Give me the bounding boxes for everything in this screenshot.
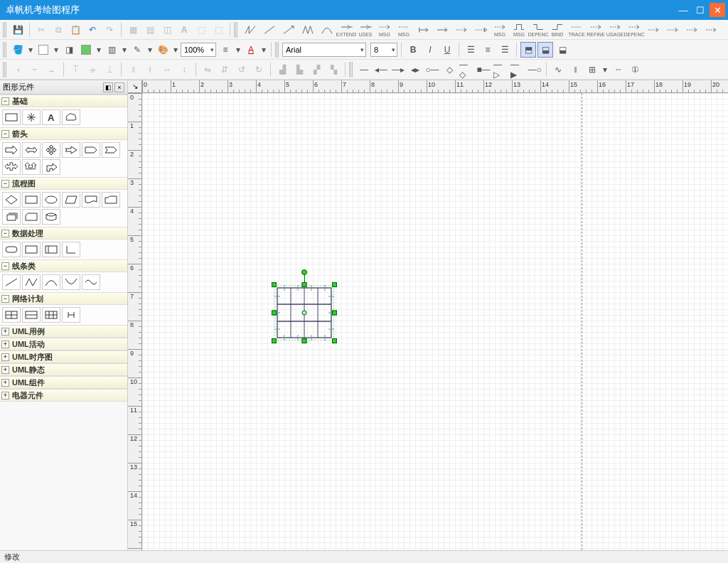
gradient-icon[interactable]: ▥ <box>104 42 119 58</box>
connector-shape-19[interactable]: USAGE <box>606 21 624 39</box>
resize-handle-sw[interactable] <box>272 338 277 343</box>
ruler-origin[interactable]: ↘ <box>128 80 142 93</box>
front-icon[interactable]: ▟ <box>274 62 290 77</box>
connector-shape-14[interactable]: MSG <box>510 21 528 39</box>
grid-icon[interactable]: ⊞ <box>584 62 600 77</box>
same-w-icon[interactable]: ↔ <box>159 62 175 77</box>
toolbar-grip[interactable] <box>234 22 238 38</box>
center-handle[interactable] <box>302 311 307 316</box>
connector-shape-22[interactable] <box>663 21 682 39</box>
category-header[interactable]: +UML静态 <box>0 363 127 376</box>
valign-top-icon[interactable]: ⬒ <box>520 42 536 58</box>
tri-end-icon[interactable]: —▷ <box>493 62 508 77</box>
shape-ellipse[interactable] <box>42 192 60 208</box>
shape-tab[interactable] <box>102 192 120 208</box>
shape-arr-rr[interactable] <box>62 142 80 158</box>
shape-diamond[interactable] <box>2 192 21 208</box>
maximize-button[interactable]: ☐ <box>692 3 708 17</box>
category-header[interactable]: +UML用例 <box>0 325 127 338</box>
category-header[interactable]: −数据处理 <box>0 227 127 240</box>
connector-shape-18[interactable]: REFINE <box>587 21 605 39</box>
close-panel-icon[interactable]: × <box>114 82 124 92</box>
shape-grid2[interactable] <box>22 307 41 323</box>
connector-shape-12[interactable] <box>471 21 490 39</box>
dropdown-icon[interactable]: ▾ <box>27 42 34 58</box>
category-header[interactable]: −流程图 <box>0 177 127 190</box>
shape-para[interactable] <box>62 192 80 208</box>
picker-icon[interactable]: 🎨 <box>155 42 171 58</box>
connector-shape-10[interactable] <box>433 21 451 39</box>
category-header[interactable]: +电器元件 <box>0 389 127 402</box>
toolbar-grip[interactable] <box>3 22 7 38</box>
shape-arr-pent[interactable] <box>82 142 100 158</box>
shape-arr-up[interactable] <box>22 159 41 175</box>
align-center-icon[interactable]: ≡ <box>480 42 496 58</box>
connector-shape-2[interactable] <box>279 21 298 39</box>
connector-shape-13[interactable]: MSG <box>491 21 509 39</box>
note-icon[interactable] <box>36 42 51 58</box>
connector-shape-17[interactable]: TRACE <box>567 21 586 39</box>
resize-handle-ne[interactable] <box>332 282 337 287</box>
shape-rect4[interactable] <box>42 242 60 257</box>
dropdown-icon[interactable]: ▾ <box>95 42 102 58</box>
text-icon[interactable]: A <box>176 22 192 38</box>
connector-shape-7[interactable]: MSG <box>375 21 394 39</box>
shape-grid3[interactable] <box>42 307 60 323</box>
connector-shape-16[interactable]: BIND <box>548 21 567 39</box>
valign-mid-icon[interactable]: ⬓ <box>537 42 553 58</box>
flip-h-icon[interactable]: ⇋ <box>200 62 215 77</box>
shape-arr-turn[interactable] <box>42 159 60 175</box>
resize-handle-se[interactable] <box>332 338 337 343</box>
wave-icon[interactable]: ∿ <box>550 62 566 77</box>
shape-card[interactable] <box>22 209 41 225</box>
shape-multi[interactable] <box>2 209 21 225</box>
underline-icon[interactable]: U <box>439 42 455 58</box>
fill-icon[interactable] <box>78 42 94 58</box>
align-r-icon[interactable]: ⫠ <box>44 62 60 77</box>
align-left-icon[interactable]: ☰ <box>463 42 478 58</box>
selected-shape[interactable] <box>274 285 334 341</box>
shape-L[interactable] <box>62 242 80 257</box>
sq-start-icon[interactable]: ■— <box>476 62 491 77</box>
copy-icon[interactable]: ⧉ <box>50 22 66 38</box>
shape-rect[interactable] <box>2 109 21 125</box>
align-b-icon[interactable]: ⟘ <box>102 62 117 77</box>
toolbar-grip[interactable] <box>275 42 279 58</box>
circle-end-icon[interactable]: —○ <box>527 62 542 77</box>
ungroup-icon[interactable]: ⬚ <box>210 22 226 38</box>
category-header[interactable]: +UML组件 <box>0 376 127 389</box>
resize-handle-n[interactable] <box>302 282 307 287</box>
dist-h-icon[interactable]: ⫴ <box>125 62 141 77</box>
italic-icon[interactable]: I <box>422 42 438 58</box>
fill-tri-icon[interactable]: —▶ <box>510 62 525 77</box>
rotation-handle[interactable] <box>301 269 307 275</box>
dash-icon[interactable]: ┄ <box>610 62 626 77</box>
arrow-start-icon[interactable]: ◂— <box>373 62 389 77</box>
font-size-dropdown[interactable]: 8 <box>370 43 397 57</box>
dropdown-icon[interactable]: ▾ <box>172 42 179 58</box>
connector-shape-20[interactable]: DEPENC <box>625 21 643 39</box>
connector-shape-21[interactable] <box>644 21 663 39</box>
resize-handle-nw[interactable] <box>272 282 277 287</box>
shape-arr-lr[interactable] <box>22 142 41 158</box>
font-color-icon[interactable]: A <box>243 42 259 58</box>
category-header[interactable]: +UML活动 <box>0 338 127 350</box>
ruler-vertical[interactable]: 0123456789101112131415161718 <box>128 93 142 550</box>
connector-shape-4[interactable] <box>318 21 336 39</box>
resize-handle-w[interactable] <box>272 311 277 316</box>
ruler-horizontal[interactable]: 012345678910111213141516171819202122 <box>142 80 728 93</box>
redo-icon[interactable]: ↷ <box>102 22 117 38</box>
circ-start-icon[interactable]: ○— <box>424 62 440 77</box>
connector-shape-24[interactable] <box>702 21 720 39</box>
drawing-canvas[interactable] <box>142 93 728 550</box>
shape-rect3[interactable] <box>22 242 41 257</box>
toolbar-grip[interactable] <box>349 62 353 77</box>
shape-arr-4[interactable] <box>42 142 60 158</box>
dropdown-icon[interactable]: ▾ <box>121 42 128 58</box>
minimize-button[interactable]: — <box>675 3 691 17</box>
dropdown-icon[interactable]: ▾ <box>260 42 267 58</box>
align-t-icon[interactable]: ⟙ <box>68 62 83 77</box>
font-family-dropdown[interactable]: Arial <box>282 43 366 57</box>
shape-arr-notch[interactable] <box>102 142 120 158</box>
category-header[interactable]: −网络计划 <box>0 292 127 305</box>
